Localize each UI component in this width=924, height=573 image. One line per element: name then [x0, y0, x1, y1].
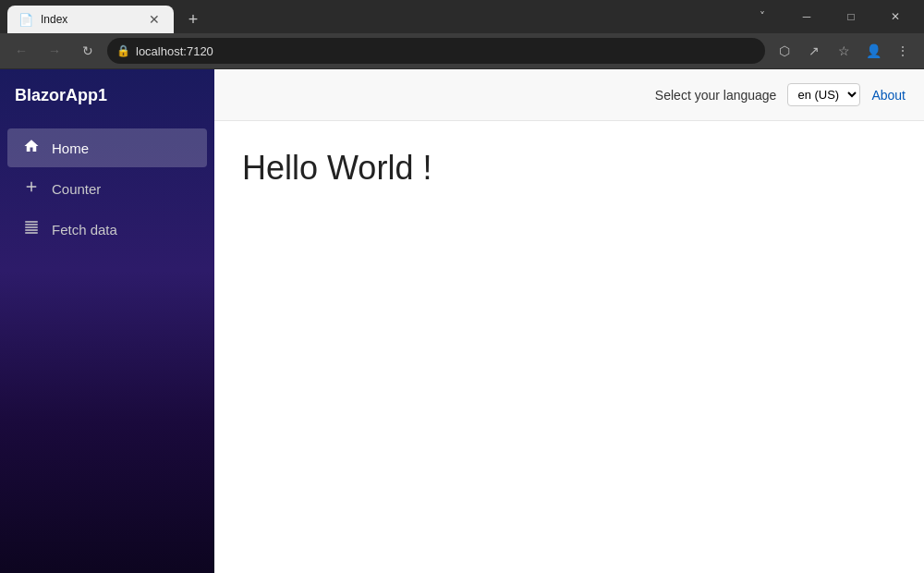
new-tab-button[interactable]: +: [179, 6, 207, 33]
page-heading: Hello World !: [242, 149, 896, 188]
tab-icon: 📄: [18, 13, 33, 27]
sidebar-item-fetch-data-label: Fetch data: [52, 222, 117, 238]
profile-icon[interactable]: 👤: [859, 38, 887, 64]
tab-title: Index: [41, 13, 139, 26]
app-title: BlazorApp1: [0, 69, 214, 121]
menu-icon[interactable]: ⋮: [889, 38, 917, 64]
chevron-down-icon[interactable]: ˅: [741, 2, 784, 31]
plus-icon: [22, 178, 41, 199]
sidebar-item-counter-label: Counter: [52, 181, 101, 197]
bookmark-icon[interactable]: ☆: [830, 38, 857, 64]
sidebar: BlazorApp1 Home Counter: [0, 69, 214, 573]
address-bar[interactable]: 🔒 localhost:7120: [107, 38, 765, 64]
content-header: Select your language en (US) About: [214, 69, 924, 121]
cast-icon[interactable]: ⬡: [771, 38, 798, 64]
address-text: localhost:7120: [136, 44, 213, 58]
language-label: Select your language: [655, 88, 777, 103]
about-link[interactable]: About: [871, 88, 906, 103]
lock-icon: 🔒: [116, 44, 130, 57]
maximize-button[interactable]: □: [830, 2, 872, 31]
share-icon[interactable]: ↗: [800, 38, 828, 64]
sidebar-nav: Home Counter Fetch data: [0, 121, 214, 573]
minimize-button[interactable]: ─: [785, 2, 828, 31]
forward-button[interactable]: →: [41, 38, 68, 64]
browser-actions: ⬡ ↗ ☆ 👤 ⋮: [771, 38, 917, 64]
window-controls: ˅ ─ □ ✕: [741, 0, 917, 33]
home-icon: [22, 138, 41, 158]
language-select[interactable]: en (US): [787, 83, 860, 106]
sidebar-item-home[interactable]: Home: [7, 128, 207, 167]
back-button[interactable]: ←: [7, 38, 35, 64]
table-icon: [22, 219, 41, 239]
content-body: Hello World !: [214, 121, 924, 573]
main-content: Select your language en (US) About Hello…: [214, 69, 924, 573]
refresh-button[interactable]: ↻: [74, 38, 102, 64]
tab-close-button[interactable]: ✕: [146, 11, 163, 28]
sidebar-item-home-label: Home: [52, 140, 89, 156]
sidebar-item-counter[interactable]: Counter: [7, 169, 207, 208]
close-window-button[interactable]: ✕: [874, 2, 917, 31]
active-tab[interactable]: 📄 Index ✕: [7, 6, 174, 33]
sidebar-item-fetch-data[interactable]: Fetch data: [7, 210, 207, 249]
